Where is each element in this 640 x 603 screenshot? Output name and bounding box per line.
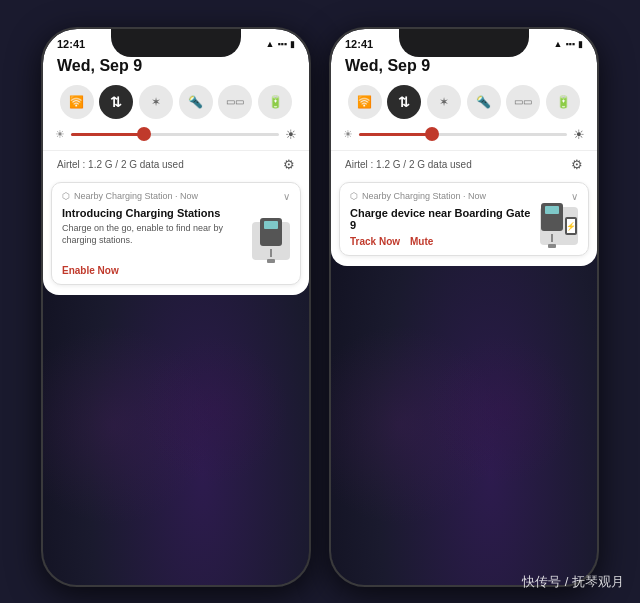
cast-toggle-right[interactable]: ▭▭ bbox=[506, 85, 540, 119]
cast-toggle-left[interactable]: ▭▭ bbox=[218, 85, 252, 119]
battery-status-icon: ▮ bbox=[290, 39, 295, 49]
notif-image-left bbox=[252, 222, 290, 260]
notif-body-text-left: Charge on the go, enable to find near by… bbox=[62, 222, 244, 247]
slider-thumb-right[interactable] bbox=[425, 127, 439, 141]
phone-notch-right bbox=[399, 29, 529, 57]
station-cable-right bbox=[551, 234, 553, 242]
rotate-icon: ⇅ bbox=[110, 94, 122, 110]
bluetooth-icon: ✶ bbox=[151, 95, 161, 109]
station-body-right bbox=[541, 203, 563, 231]
wifi-status-icon-r: ▪▪▪ bbox=[565, 39, 575, 49]
wifi-toggle-right[interactable]: 🛜 bbox=[348, 85, 382, 119]
airtel-row-right: Airtel : 1.2 G / 2 G data used ⚙ bbox=[331, 150, 597, 176]
station-screen-right bbox=[545, 206, 559, 214]
phone-notch-left bbox=[111, 29, 241, 57]
airtel-row-left: Airtel : 1.2 G / 2 G data used ⚙ bbox=[43, 150, 309, 176]
brightness-low-icon: ☀ bbox=[55, 128, 65, 141]
signal-icon-r: ▲ bbox=[554, 39, 563, 49]
phone-left-screen: 12:41 ▲ ▪▪▪ ▮ Wed, Sep 9 🛜 ⇅ bbox=[43, 29, 309, 585]
phone-right-screen: 12:41 ▲ ▪▪▪ ▮ Wed, Sep 9 🛜 ⇅ bbox=[331, 29, 597, 585]
brightness-high-icon: ☀ bbox=[285, 127, 297, 142]
charging-bolt-icon: ⚡ bbox=[566, 221, 576, 230]
notif-title-right: Charge device near Boarding Gate 9 bbox=[350, 207, 532, 231]
bluetooth-icon-r: ✶ bbox=[439, 95, 449, 109]
rotate-icon-r: ⇅ bbox=[398, 94, 410, 110]
brightness-row-left: ☀ ☀ bbox=[43, 123, 309, 146]
brightness-low-icon-r: ☀ bbox=[343, 128, 353, 141]
wifi-icon-r: 🛜 bbox=[357, 95, 372, 109]
status-icons-left: ▲ ▪▪▪ ▮ bbox=[266, 39, 296, 49]
signal-icon: ▲ bbox=[266, 39, 275, 49]
battery-saver-toggle-right[interactable]: 🔋 bbox=[546, 85, 580, 119]
wifi-icon: 🛜 bbox=[69, 95, 84, 109]
notif-source-right: ⬡ Nearby Charging Station · Now bbox=[350, 191, 486, 201]
battery-status-icon-r: ▮ bbox=[578, 39, 583, 49]
notif-title-left: Introducing Charging Stations bbox=[62, 207, 290, 219]
status-icons-right: ▲ ▪▪▪ ▮ bbox=[554, 39, 584, 49]
notif-source-left: ⬡ Nearby Charging Station · Now bbox=[62, 191, 198, 201]
brightness-slider-left[interactable] bbox=[71, 133, 279, 136]
notif-expand-icon-right[interactable]: ∨ bbox=[571, 191, 578, 202]
notif-app-icon-left: ⬡ bbox=[62, 191, 70, 201]
airtel-text-left: Airtel : 1.2 G / 2 G data used bbox=[57, 159, 184, 170]
settings-icon-right[interactable]: ⚙ bbox=[571, 157, 583, 172]
station-body-left bbox=[260, 218, 282, 246]
swirl-decoration-r2 bbox=[427, 335, 577, 485]
date-left: Wed, Sep 9 bbox=[43, 55, 309, 81]
notif-body-content-right: Charge device near Boarding Gate 9 Track… bbox=[350, 207, 532, 247]
notif-header-right: ⬡ Nearby Charging Station · Now ∨ bbox=[350, 191, 578, 202]
notif-image-right: ⚡ bbox=[540, 207, 578, 245]
flashlight-toggle-left[interactable]: 🔦 bbox=[179, 85, 213, 119]
notif-body-left: Charge on the go, enable to find near by… bbox=[62, 222, 290, 260]
flashlight-toggle-right[interactable]: 🔦 bbox=[467, 85, 501, 119]
battery-saver-toggle-left[interactable]: 🔋 bbox=[258, 85, 292, 119]
station-visual-right bbox=[541, 203, 563, 248]
phone-left: 12:41 ▲ ▪▪▪ ▮ Wed, Sep 9 🛜 ⇅ bbox=[41, 27, 311, 587]
airtel-text-right: Airtel : 1.2 G / 2 G data used bbox=[345, 159, 472, 170]
notif-app-icon-right: ⬡ bbox=[350, 191, 358, 201]
phones-container: 12:41 ▲ ▪▪▪ ▮ Wed, Sep 9 🛜 ⇅ bbox=[41, 17, 599, 587]
flashlight-icon: 🔦 bbox=[188, 95, 203, 109]
notif-source-text-left: Nearby Charging Station · Now bbox=[74, 191, 198, 201]
notif-actions-right: Track Now Mute bbox=[350, 236, 532, 247]
station-screen-left bbox=[264, 221, 278, 229]
date-right: Wed, Sep 9 bbox=[331, 55, 597, 81]
bluetooth-toggle-left[interactable]: ✶ bbox=[139, 85, 173, 119]
brightness-slider-right[interactable] bbox=[359, 133, 567, 136]
bluetooth-toggle-right[interactable]: ✶ bbox=[427, 85, 461, 119]
station-connector-left bbox=[267, 259, 275, 263]
notification-panel-left: 12:41 ▲ ▪▪▪ ▮ Wed, Sep 9 🛜 ⇅ bbox=[43, 29, 309, 295]
swirl-decoration-2 bbox=[139, 335, 289, 485]
station-visual-left bbox=[260, 218, 282, 263]
cast-icon: ▭▭ bbox=[226, 96, 244, 107]
enable-now-button[interactable]: Enable Now bbox=[62, 265, 290, 276]
rotate-toggle-right[interactable]: ⇅ bbox=[387, 85, 421, 119]
station-cable-left bbox=[270, 249, 272, 257]
slider-thumb-left[interactable] bbox=[137, 127, 151, 141]
status-time-right: 12:41 bbox=[345, 38, 373, 50]
brightness-row-right: ☀ ☀ bbox=[331, 123, 597, 146]
battery-saver-icon-r: 🔋 bbox=[556, 95, 571, 109]
cast-icon-r: ▭▭ bbox=[514, 96, 532, 107]
notification-panel-right: 12:41 ▲ ▪▪▪ ▮ Wed, Sep 9 🛜 ⇅ bbox=[331, 29, 597, 266]
notif-header-left: ⬡ Nearby Charging Station · Now ∨ bbox=[62, 191, 290, 202]
quick-toggles-right: 🛜 ⇅ ✶ 🔦 ▭▭ 🔋 bbox=[331, 81, 597, 123]
notif-body-right: Charge device near Boarding Gate 9 Track… bbox=[350, 207, 578, 247]
flashlight-icon-r: 🔦 bbox=[476, 95, 491, 109]
slider-fill-left bbox=[71, 133, 144, 136]
slider-fill-right bbox=[359, 133, 432, 136]
power-button-right-phone bbox=[597, 139, 599, 194]
wifi-toggle-left[interactable]: 🛜 bbox=[60, 85, 94, 119]
notif-source-text-right: Nearby Charging Station · Now bbox=[362, 191, 486, 201]
status-time-left: 12:41 bbox=[57, 38, 85, 50]
notification-card-left: ⬡ Nearby Charging Station · Now ∨ Introd… bbox=[51, 182, 301, 285]
phone-icon-small-right: ⚡ bbox=[565, 217, 577, 235]
phone-right: 12:41 ▲ ▪▪▪ ▮ Wed, Sep 9 🛜 ⇅ bbox=[329, 27, 599, 587]
watermark: 快传号 / 抚琴观月 bbox=[522, 573, 624, 591]
settings-icon-left[interactable]: ⚙ bbox=[283, 157, 295, 172]
mute-button[interactable]: Mute bbox=[410, 236, 433, 247]
wifi-status-icon: ▪▪▪ bbox=[277, 39, 287, 49]
notif-expand-icon-left[interactable]: ∨ bbox=[283, 191, 290, 202]
track-now-button[interactable]: Track Now bbox=[350, 236, 400, 247]
rotate-toggle-left[interactable]: ⇅ bbox=[99, 85, 133, 119]
